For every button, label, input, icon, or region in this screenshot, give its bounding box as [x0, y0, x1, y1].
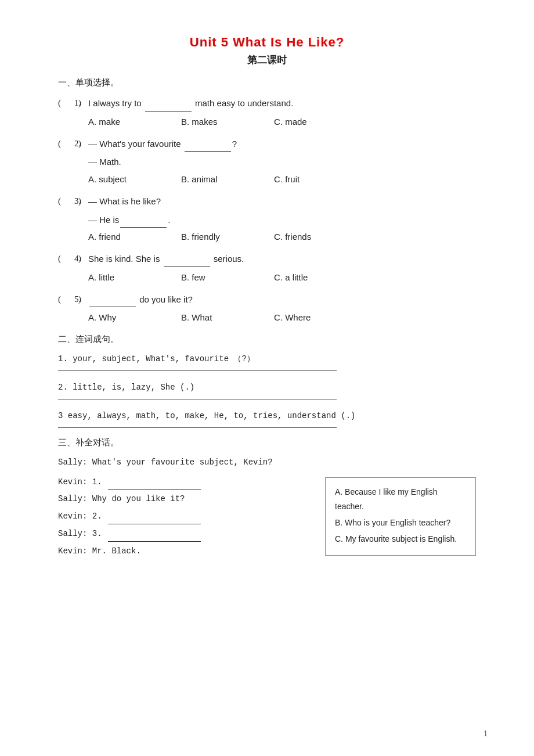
- dialog-blank-3: [108, 541, 201, 542]
- q5-blank: [89, 307, 136, 307]
- q4-paren: ( ): [58, 251, 74, 267]
- dialog-kevin-2: Kevin: 2.: [58, 509, 311, 524]
- q5-option-a: A. Why: [88, 309, 181, 326]
- q1-num: 1.: [74, 95, 88, 111]
- section2-header: 二、连词成句。: [58, 334, 476, 345]
- q5-text: do you like it?: [88, 291, 476, 308]
- page-subtitle: 第二课时: [58, 53, 476, 67]
- section3-header: 三、补全对话。: [58, 437, 476, 448]
- q1-paren: ( ): [58, 95, 74, 111]
- page-title: Unit 5 What Is He Like?: [58, 35, 476, 50]
- q4-num: 4.: [74, 251, 88, 267]
- dialog-blank-1: [108, 489, 201, 489]
- dialog-blank-2: [108, 524, 201, 524]
- dialog-kevin-3: Kevin: Mr. Black.: [58, 544, 311, 559]
- q3-text: — What is he like?: [88, 193, 476, 210]
- q4-option-a: A. little: [88, 269, 181, 286]
- q1-option-a: A. make: [88, 114, 181, 130]
- choice-b: B. Who is your English teacher?: [335, 516, 466, 531]
- q4-option-b: B. few: [181, 269, 274, 286]
- section3: 三、补全对话。 Sally: What's your favourite sub…: [58, 437, 476, 561]
- answer-line-1: [58, 370, 337, 371]
- choice-a: A. Because I like my English teacher.: [335, 485, 466, 515]
- question-2: ( ) 2. — What's your favourite ? — Math.…: [58, 136, 476, 188]
- q5-options: A. Why B. What C. Where: [88, 309, 476, 326]
- dialog-intro: Sally: What's your favourite subject, Ke…: [58, 455, 476, 470]
- q1-text: I always try to math easy to understand.: [88, 95, 476, 111]
- dialog-block: Kevin: 1. Sally: Why do you like it? Kev…: [58, 475, 476, 561]
- section2: 二、连词成句。 1. your, subject, What's, favour…: [58, 334, 476, 428]
- lianci-1: 1. your, subject, What's, favourite （?）: [58, 352, 476, 367]
- q2-option-c: C. fruit: [274, 171, 344, 188]
- q5-paren: ( ): [58, 291, 74, 307]
- q2-option-b: B. animal: [181, 171, 274, 188]
- q3-paren: ( ): [58, 193, 74, 209]
- q1-blank: [145, 111, 192, 111]
- question-4: ( ) 4. She is kind. She is serious. A. l…: [58, 251, 476, 286]
- q1-options: A. make B. makes C. made: [88, 114, 476, 130]
- q5-option-c: C. Where: [274, 309, 344, 326]
- q1-option-b: B. makes: [181, 114, 274, 130]
- answer-line-2: [58, 399, 337, 399]
- question-1: ( ) 1. I always try to math easy to unde…: [58, 95, 476, 130]
- dialog-left: Kevin: 1. Sally: Why do you like it? Kev…: [58, 475, 311, 561]
- q2-sub: — Math.: [88, 154, 476, 170]
- q2-text: — What's your favourite ?: [88, 136, 476, 152]
- q2-num: 2.: [74, 136, 88, 152]
- q4-options: A. little B. few C. a little: [88, 269, 476, 286]
- choice-c: C. My favourite subject is English.: [335, 532, 466, 547]
- q4-option-c: C. a little: [274, 269, 344, 286]
- q3-option-a: A. friend: [88, 229, 181, 245]
- section1-header: 一、单项选择。: [58, 77, 476, 88]
- q4-blank: [164, 267, 210, 267]
- choice-box: A. Because I like my English teacher. B.…: [325, 477, 476, 556]
- q4-text: She is kind. She is serious.: [88, 251, 476, 267]
- q2-paren: ( ): [58, 136, 74, 152]
- q3-blank: [120, 227, 167, 228]
- q5-num: 5.: [74, 291, 88, 307]
- q3-option-b: B. friendly: [181, 229, 274, 245]
- lianci-3: 3 easy, always, math, to, make, He, to, …: [58, 409, 476, 424]
- answer-line-3: [58, 427, 337, 428]
- question-5: ( ) 5. do you like it? A. Why B. What C.…: [58, 291, 476, 326]
- dialog-sally-2: Sally: Why do you like it?: [58, 492, 311, 507]
- q2-options: A. subject B. animal C. fruit: [88, 171, 476, 188]
- dialog-kevin-1: Kevin: 1.: [58, 475, 311, 490]
- q2-option-a: A. subject: [88, 171, 181, 188]
- question-3: ( ) 3. — What is he like? — He is. A. fr…: [58, 193, 476, 245]
- q2-blank: [185, 151, 231, 152]
- q1-option-c: C. made: [274, 114, 344, 130]
- q3-sub: — He is.: [88, 212, 476, 228]
- lianci-2: 2. little, is, lazy, She (.): [58, 380, 476, 395]
- q3-options: A. friend B. friendly C. friends: [88, 229, 476, 245]
- dialog-sally-3: Sally: 3.: [58, 527, 311, 542]
- q5-option-b: B. What: [181, 309, 274, 326]
- page-number: 1: [484, 729, 488, 739]
- q3-num: 3.: [74, 193, 88, 209]
- q3-option-c: C. friends: [274, 229, 344, 245]
